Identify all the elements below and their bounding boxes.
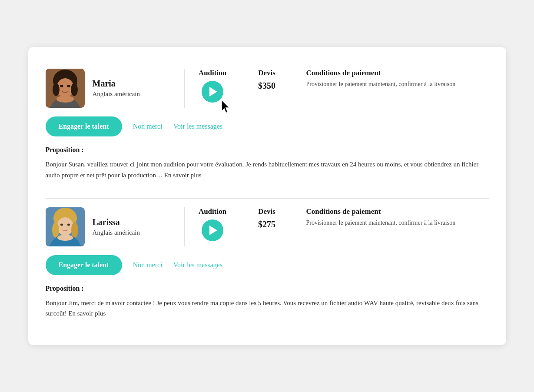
devis-section-maria: Devis $350 (241, 69, 293, 91)
talent-card-maria: Maria Anglais américain Audition (46, 60, 489, 194)
audition-label-maria: Audition (199, 69, 226, 77)
devis-label-larissa: Devis (258, 207, 275, 216)
conditions-title-larissa: Conditions de paiement (306, 207, 489, 216)
svg-point-14 (52, 222, 59, 238)
svg-point-8 (56, 96, 74, 103)
devis-amount-maria: $350 (258, 81, 275, 91)
proposition-text-maria: Bonjour Susan, veuillez trouver ci-joint… (46, 159, 489, 181)
card-top-maria: Maria Anglais américain Audition (46, 69, 489, 108)
proposition-title-maria: Proposition : (46, 146, 489, 154)
talent-name-larissa: Larissa (93, 217, 140, 227)
talent-card-larissa: Larissa Anglais américain Audition Devis… (46, 198, 489, 332)
proposition-section-larissa: Proposition : Bonjour Jim, merci de m'av… (46, 285, 489, 319)
conditions-section-larissa: Conditions de paiement Provisionner le p… (293, 207, 489, 227)
avatar-maria (46, 69, 85, 108)
play-button-wrapper-maria (202, 81, 223, 103)
avatar-larissa (46, 207, 85, 246)
cursor-icon-maria (220, 99, 232, 115)
svg-point-18 (57, 235, 73, 241)
talent-name-maria: Maria (93, 79, 140, 89)
talent-lang-larissa: Anglais américain (93, 229, 140, 236)
audition-section-maria: Audition (185, 69, 241, 103)
svg-point-4 (53, 83, 60, 96)
play-icon-larissa (209, 226, 217, 235)
audition-label-larissa: Audition (199, 207, 226, 216)
svg-point-13 (57, 217, 73, 236)
main-container: Maria Anglais américain Audition (28, 47, 506, 345)
devis-amount-larissa: $275 (258, 219, 275, 229)
voir-messages-button-maria[interactable]: Voir les messages (173, 123, 222, 130)
engage-button-larissa[interactable]: Engager le talent (46, 255, 122, 275)
svg-point-15 (71, 222, 78, 238)
svg-point-17 (67, 223, 70, 226)
conditions-text-larissa: Provisionner le paiement maintenant, con… (306, 219, 489, 227)
svg-point-7 (67, 85, 70, 87)
proposition-section-maria: Proposition : Bonjour Susan, veuillez tr… (46, 146, 489, 181)
conditions-section-maria: Conditions de paiement Provisionner le p… (293, 69, 489, 89)
talent-info-maria: Maria Anglais américain (46, 69, 185, 108)
proposition-title-larissa: Proposition : (46, 285, 489, 292)
non-merci-button-maria[interactable]: Non merci (133, 123, 163, 130)
conditions-title-maria: Conditions de paiement (306, 69, 489, 77)
engage-button-maria[interactable]: Engager le talent (46, 116, 122, 136)
play-icon-maria (209, 87, 217, 96)
devis-section-larissa: Devis $275 (241, 207, 293, 229)
svg-marker-9 (222, 100, 229, 113)
audition-section-larissa: Audition (185, 207, 241, 241)
talent-info-larissa: Larissa Anglais américain (46, 207, 185, 246)
svg-point-5 (71, 83, 78, 96)
talent-lang-maria: Anglais américain (93, 90, 140, 98)
svg-point-16 (60, 223, 63, 226)
proposition-text-larissa: Bonjour Jim, merci de m'avoir contactée … (46, 298, 489, 319)
card-actions-larissa: Engager le talent Non merci Voir les mes… (46, 255, 489, 275)
talent-name-info-larissa: Larissa Anglais américain (93, 217, 140, 236)
svg-point-6 (60, 85, 63, 87)
non-merci-button-larissa[interactable]: Non merci (133, 261, 163, 269)
voir-messages-button-larissa[interactable]: Voir les messages (173, 261, 222, 269)
play-button-larissa[interactable] (202, 219, 223, 241)
talent-name-info-maria: Maria Anglais américain (93, 79, 140, 98)
devis-label-maria: Devis (258, 69, 275, 77)
conditions-text-maria: Provisionner le paiement maintenant, con… (306, 80, 489, 89)
card-top-larissa: Larissa Anglais américain Audition Devis… (46, 207, 489, 246)
card-actions-maria: Engager le talent Non merci Voir les mes… (46, 116, 489, 136)
